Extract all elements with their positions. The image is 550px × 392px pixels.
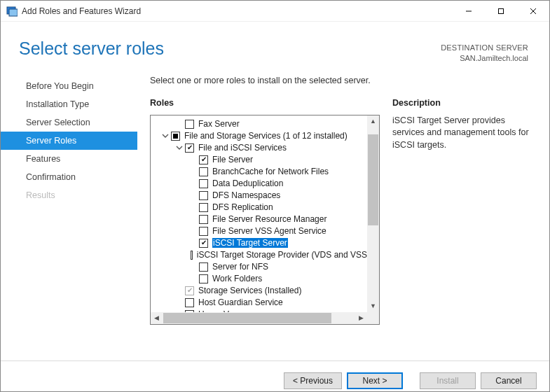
wizard-step[interactable]: Installation Type [1,95,137,113]
role-label: File Server [212,155,253,164]
role-label: DFS Namespaces [212,190,280,200]
expander-spacer [174,298,184,307]
role-label: File and Storage Services (1 of 12 insta… [184,131,348,141]
role-item[interactable]: Fax Server [155,118,367,130]
destination-value: SAN.Jamiltech.local [441,53,528,64]
role-checkbox[interactable] [171,132,180,141]
header: Select server roles DESTINATION SERVER S… [1,22,549,70]
close-button[interactable] [517,1,549,22]
horizontal-scrollbar[interactable]: ◀ ▶ [151,312,367,324]
expander-spacer [174,286,184,295]
description-title: Description [392,98,537,108]
window-title: Add Roles and Features Wizard [22,6,453,16]
scroll-left-icon[interactable]: ◀ [151,312,163,324]
role-checkbox[interactable] [199,239,208,248]
install-button[interactable]: Install [420,372,476,389]
role-item[interactable]: File and iSCSI Services [155,142,367,154]
role-checkbox[interactable] [199,227,208,236]
collapse-icon[interactable] [160,132,170,141]
wizard-steps: Before You BeginInstallation TypeServer … [1,70,137,360]
next-button[interactable]: Next > [347,372,403,389]
wizard-step[interactable]: Server Roles [1,132,137,150]
vertical-scrollbar[interactable]: ▲ ▼ [367,115,379,312]
main-content: Select one or more roles to install on t… [137,70,549,360]
expander-spacer [188,215,198,224]
h-scroll-thumb[interactable] [163,313,331,323]
scroll-corner [367,312,379,324]
maximize-button[interactable] [485,1,517,22]
role-item[interactable]: File Server [155,154,367,166]
destination-server: DESTINATION SERVER SAN.Jamiltech.local [441,38,528,64]
expander-spacer [188,262,198,272]
role-label: BranchCache for Network Files [212,167,329,176]
role-item[interactable]: Host Guardian Service [155,297,367,309]
role-item[interactable]: DFS Replication [155,202,367,214]
role-checkbox[interactable] [185,298,194,307]
minimize-button[interactable] [453,1,485,22]
role-checkbox[interactable] [185,120,194,129]
role-checkbox[interactable] [199,155,208,164]
role-item[interactable]: File and Storage Services (1 of 12 insta… [155,130,367,142]
expander-spacer [188,251,189,260]
collapse-icon[interactable] [174,144,184,153]
role-label: Server for NFS [212,262,268,272]
scroll-up-icon[interactable]: ▲ [367,115,379,127]
wizard-step[interactable]: Features [1,150,137,168]
role-label: File Server Resource Manager [212,214,326,224]
v-scroll-thumb[interactable] [368,134,378,225]
destination-label: DESTINATION SERVER [441,43,528,53]
role-checkbox[interactable] [185,144,194,153]
wizard-step: Results [1,186,137,204]
roles-title: Roles [150,98,380,108]
role-label: DFS Replication [212,202,273,212]
role-item[interactable]: Server for NFS [155,261,367,273]
titlebar: Add Roles and Features Wizard [1,1,549,22]
role-item[interactable]: DFS Namespaces [155,190,367,202]
role-item[interactable]: Storage Services (Installed) [155,285,367,297]
expander-spacer [188,167,198,176]
window-buttons [453,1,549,22]
wizard-step[interactable]: Confirmation [1,168,137,186]
cancel-button[interactable]: Cancel [481,372,537,389]
role-label: File and iSCSI Services [198,143,287,153]
scroll-right-icon[interactable]: ▶ [355,312,367,324]
role-item[interactable]: iSCSI Target Server [155,237,367,249]
role-checkbox[interactable] [191,251,193,260]
expander-spacer [188,227,198,236]
expander-spacer [174,120,184,129]
role-checkbox[interactable] [185,286,194,295]
role-checkbox[interactable] [199,215,208,224]
role-checkbox[interactable] [199,203,208,212]
role-label: Host Guardian Service [198,298,283,307]
role-checkbox[interactable] [199,274,208,284]
previous-button[interactable]: < Previous [284,372,342,389]
description-pane: Description iSCSI Target Server provides… [392,98,537,360]
expander-spacer [188,203,198,212]
role-item[interactable]: File Server VSS Agent Service [155,225,367,237]
description-text: iSCSI Target Server provides services an… [392,115,537,152]
instruction-text: Select one or more roles to install on t… [150,76,537,85]
expander-spacer [188,274,198,284]
role-checkbox[interactable] [199,191,208,200]
role-item[interactable]: iSCSI Target Storage Provider (VDS and V… [155,249,367,261]
role-item[interactable]: File Server Resource Manager [155,214,367,225]
scroll-down-icon[interactable]: ▼ [367,300,379,312]
wizard-step[interactable]: Server Selection [1,113,137,132]
role-item[interactable]: Data Deduplication [155,178,367,190]
app-icon [6,6,18,17]
roles-pane: Roles Fax ServerFile and Storage Service… [150,98,380,360]
role-label: Storage Services (Installed) [198,286,301,295]
role-checkbox[interactable] [199,179,208,188]
role-label: File Server VSS Agent Service [212,226,326,236]
roles-tree: Fax ServerFile and Storage Services (1 o… [150,115,380,325]
role-item[interactable]: Work Folders [155,273,367,285]
role-checkbox[interactable] [199,262,208,272]
expander-spacer [188,179,198,188]
roles-tree-content[interactable]: Fax ServerFile and Storage Services (1 o… [151,115,367,312]
role-checkbox[interactable] [199,167,208,176]
role-label: Fax Server [198,119,240,129]
expander-spacer [188,191,198,200]
wizard-step[interactable]: Before You Begin [1,77,137,95]
role-item[interactable]: BranchCache for Network Files [155,166,367,178]
role-label: Work Folders [212,274,262,284]
